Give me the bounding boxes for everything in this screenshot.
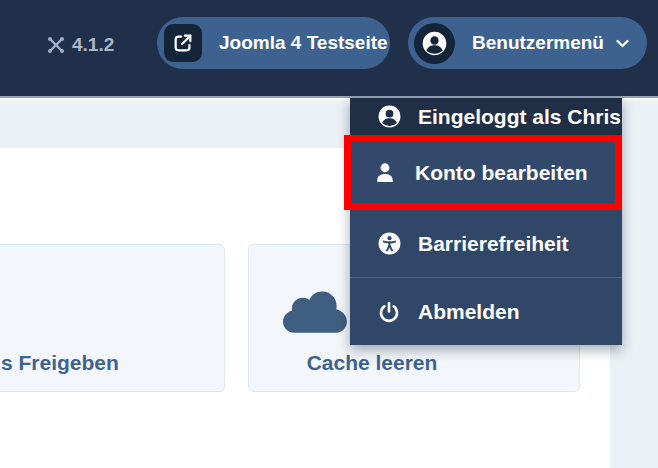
dropdown-item-accessibility[interactable]: Barrierefreiheit — [350, 210, 622, 277]
external-link-icon — [164, 24, 202, 62]
user-menu-button[interactable]: Benutzermenü — [408, 17, 647, 69]
version-number: 4.1.2 — [72, 34, 114, 56]
admin-header-bar: 4.1.2 Joomla 4 Testseite Benutzermenü — [0, 0, 658, 98]
chevron-down-icon — [614, 35, 631, 52]
user-circle-icon — [376, 104, 402, 129]
user-icon — [372, 160, 398, 186]
joomla-logo-icon — [46, 35, 66, 55]
site-preview-button[interactable]: Joomla 4 Testseite — [157, 17, 390, 69]
site-preview-label: Joomla 4 Testseite — [219, 32, 388, 54]
logout-label: Abmelden — [418, 300, 520, 324]
quick-action-cache-label: Cache leeren — [279, 351, 465, 375]
dropdown-item-logout[interactable]: Abmelden — [350, 277, 622, 345]
accessibility-label: Barrierefreiheit — [418, 232, 569, 256]
quick-action-checkin-tile[interactable]: s Freigeben — [0, 244, 225, 392]
logged-in-label: Eingeloggt als Chris — [418, 105, 621, 129]
universal-access-icon — [376, 231, 402, 256]
dropdown-item-edit-account[interactable]: Konto bearbeiten — [344, 135, 622, 210]
power-icon — [376, 300, 402, 324]
dropdown-item-logged-in: Eingeloggt als Chris — [350, 98, 622, 135]
cloud-icon — [283, 287, 349, 341]
joomla-version: 4.1.2 — [46, 34, 114, 56]
edit-account-label: Konto bearbeiten — [415, 161, 588, 185]
user-circle-icon — [414, 23, 455, 64]
user-menu-label: Benutzermenü — [472, 32, 604, 54]
quick-action-checkin-label: s Freigeben — [1, 351, 119, 375]
